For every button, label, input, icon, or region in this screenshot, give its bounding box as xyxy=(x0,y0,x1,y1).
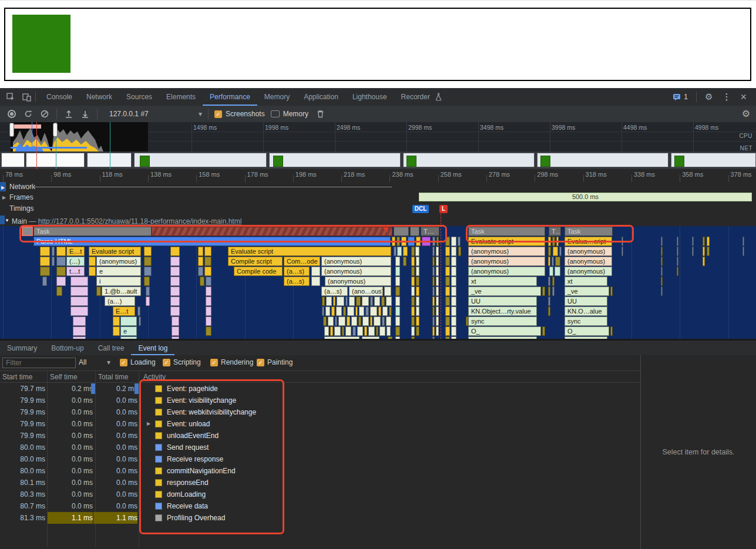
flame-bar[interactable] xyxy=(548,307,550,316)
flame-bar[interactable] xyxy=(552,237,555,246)
flame-bar[interactable]: T… xyxy=(549,227,561,236)
flame-bar[interactable]: UU xyxy=(565,297,607,306)
flame-bar[interactable]: Evalua…cript xyxy=(565,237,612,246)
flame-bar[interactable]: (anonymous) xyxy=(321,267,391,276)
flame-bar[interactable] xyxy=(334,326,341,336)
tab-console[interactable]: Console xyxy=(39,89,79,106)
flame-bar[interactable]: sync xyxy=(565,316,607,326)
reload-icon[interactable] xyxy=(23,109,33,119)
flame-bar[interactable] xyxy=(170,287,180,296)
flame-bar[interactable] xyxy=(395,307,400,316)
flame-bar[interactable] xyxy=(555,257,560,266)
flame-bar[interactable] xyxy=(742,237,744,246)
flame-bar[interactable] xyxy=(52,247,55,256)
flame-bar[interactable] xyxy=(416,287,419,296)
flame-bar[interactable] xyxy=(548,237,551,246)
flame-bar[interactable] xyxy=(416,267,419,276)
flame-bar[interactable] xyxy=(436,247,439,256)
flame-bar[interactable] xyxy=(458,247,461,256)
tab-performance[interactable]: Performance xyxy=(203,89,257,106)
flame-bar[interactable] xyxy=(432,237,435,246)
flame-bar[interactable] xyxy=(610,326,613,336)
flame-bar[interactable] xyxy=(556,237,559,246)
tab-memory[interactable]: Memory xyxy=(257,89,297,106)
flame-bar[interactable] xyxy=(408,237,415,246)
flame-bar[interactable] xyxy=(120,316,137,326)
flame-bar[interactable] xyxy=(206,307,211,316)
flame-bar[interactable] xyxy=(707,237,710,246)
flame-bar[interactable] xyxy=(436,316,439,326)
flame-bar[interactable] xyxy=(337,297,344,306)
flame-bar[interactable] xyxy=(411,267,415,276)
settings-gear-icon[interactable]: ⚙ xyxy=(705,89,713,105)
flame-bar[interactable] xyxy=(206,316,211,326)
flame-bar[interactable] xyxy=(73,316,86,326)
flame-bar[interactable] xyxy=(661,277,663,286)
close-icon[interactable]: × xyxy=(740,89,747,105)
flame-bar[interactable] xyxy=(152,227,392,236)
flame-bar[interactable] xyxy=(416,316,419,326)
inspect-icon[interactable] xyxy=(5,92,16,102)
flame-bar[interactable] xyxy=(432,326,435,336)
flame-bar[interactable] xyxy=(416,237,421,246)
flame-bar[interactable] xyxy=(436,307,439,316)
flame-bar[interactable] xyxy=(415,247,419,256)
flame-bar[interactable] xyxy=(113,316,120,326)
expand-arrow[interactable]: ▶ xyxy=(147,418,150,430)
flame-bar[interactable] xyxy=(328,316,334,326)
dcl-badge[interactable]: DCL xyxy=(412,205,429,213)
flame-bar[interactable] xyxy=(549,267,553,276)
filmstrip-frame[interactable] xyxy=(134,153,267,167)
trash-icon[interactable] xyxy=(315,109,325,119)
flame-bar[interactable] xyxy=(661,287,663,296)
flame-bar[interactable] xyxy=(325,307,330,316)
issues-icon[interactable] xyxy=(673,93,681,101)
flame-bar[interactable] xyxy=(333,297,335,306)
flame-bar[interactable] xyxy=(552,257,554,266)
flame-bar[interactable] xyxy=(146,297,150,306)
flame-bar[interactable]: Evaluate script xyxy=(228,247,391,256)
flame-bar[interactable] xyxy=(144,247,152,256)
flame-bar[interactable]: (anonymous) xyxy=(468,247,545,256)
flame-bar[interactable] xyxy=(355,307,358,316)
painting-checkbox[interactable]: ✓ xyxy=(257,359,264,366)
flame-bar[interactable] xyxy=(374,297,380,306)
flame-bar[interactable] xyxy=(56,247,66,256)
flame-bar[interactable] xyxy=(356,297,361,306)
flame-bar[interactable]: Com…ode xyxy=(284,257,320,266)
frame-duration-bar[interactable]: 500.0 ms xyxy=(419,193,752,201)
flame-bar[interactable] xyxy=(311,267,320,276)
flame-bar[interactable] xyxy=(113,326,120,336)
flame-bar[interactable] xyxy=(451,277,456,286)
flame-bar[interactable]: Evaluate script xyxy=(468,237,545,246)
flame-bar[interactable] xyxy=(146,287,150,296)
flame-bar[interactable] xyxy=(548,257,550,266)
event-row[interactable]: 80.1 ms0.0 ms0.0 msresponseEnd xyxy=(0,477,640,489)
tab-bottom-up[interactable]: Bottom-up xyxy=(44,341,90,355)
flame-bar[interactable]: T… xyxy=(421,227,439,236)
flame-bar[interactable] xyxy=(170,297,180,306)
flame-bar[interactable] xyxy=(392,237,395,246)
device-toolbar-icon[interactable] xyxy=(21,92,32,102)
flame-bar[interactable] xyxy=(172,316,179,326)
flame-bar[interactable] xyxy=(445,307,450,316)
flame-bar[interactable] xyxy=(56,287,62,296)
flame-bar[interactable] xyxy=(56,257,66,266)
flame-bar[interactable] xyxy=(322,307,324,316)
flame-bar[interactable] xyxy=(445,247,450,256)
event-row[interactable]: 79.9 ms0.0 ms0.0 ms▶Event: unload xyxy=(0,418,640,430)
flame-bar[interactable] xyxy=(336,307,342,316)
flame-bar[interactable] xyxy=(345,326,351,336)
flame-bar[interactable]: O_ xyxy=(468,326,541,336)
flame-bar[interactable] xyxy=(677,237,678,246)
flame-bar[interactable] xyxy=(73,326,86,336)
flame-bar[interactable]: O_ xyxy=(565,326,609,336)
flame-bar[interactable] xyxy=(395,297,400,306)
flame-bar[interactable] xyxy=(170,247,180,256)
flame-bar[interactable] xyxy=(411,247,415,256)
flame-bar[interactable] xyxy=(403,247,408,256)
flame-bar[interactable] xyxy=(170,277,180,286)
flame-bar[interactable] xyxy=(416,257,419,266)
flame-bar[interactable]: _ve xyxy=(565,287,609,296)
flame-bar[interactable] xyxy=(552,287,555,296)
